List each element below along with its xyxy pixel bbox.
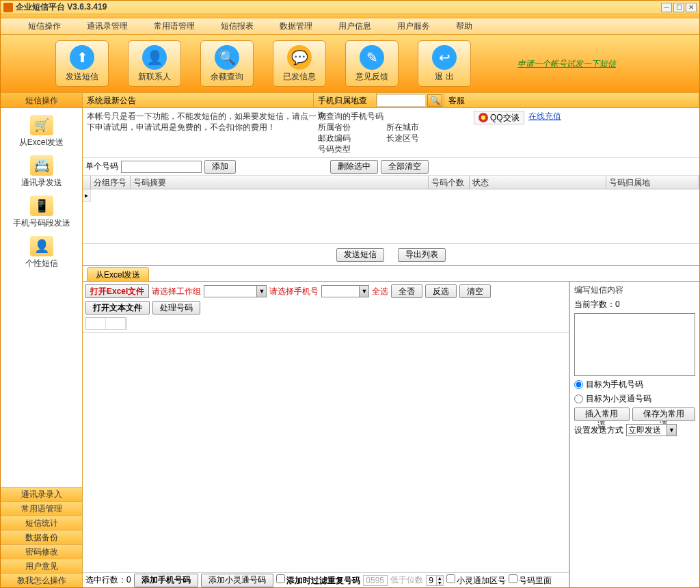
export-list-button[interactable]: 导出列表 bbox=[398, 248, 446, 262]
char-count-value: 0 bbox=[615, 299, 620, 309]
chevron-up-icon[interactable]: ▲ bbox=[437, 576, 443, 580]
tb-balance[interactable]: 🔍余额查询 bbox=[200, 40, 254, 87]
toolbar: ⬆发送短信 👤新联系人 🔍余额查询 💬已发信息 ✎意见反馈 ↩退 出 申请一个帐… bbox=[1, 35, 699, 92]
header-row: 系统最新公告 手机归属地查询 🔍 客服 bbox=[83, 93, 699, 108]
insert-phrase-button[interactable]: 插入常用语 bbox=[574, 407, 630, 421]
menu-userservice[interactable]: 用户服务 bbox=[397, 21, 430, 32]
in-number-check[interactable]: 号码里面 bbox=[509, 574, 552, 587]
phs-area-check[interactable]: 小灵通加区号 bbox=[446, 574, 506, 587]
tb-sent[interactable]: 💬已发信息 bbox=[273, 40, 326, 87]
add-mobile-button[interactable]: 添加手机号码 bbox=[134, 574, 198, 587]
mini-grid bbox=[85, 317, 126, 330]
side-excel-send[interactable]: 🛒从Excel发送 bbox=[1, 115, 82, 148]
add-phs-button[interactable]: 添加小灵通号码 bbox=[201, 574, 273, 587]
action-row: 发送短信 导出列表 bbox=[83, 244, 699, 266]
menu-phrases[interactable]: 常用语管理 bbox=[154, 21, 195, 32]
selected-rows-label: 选中行数：0 bbox=[85, 574, 131, 586]
side-contacts-send[interactable]: 📇通讯录发送 bbox=[1, 155, 82, 189]
menu-data[interactable]: 数据管理 bbox=[280, 21, 312, 32]
sb-phrases[interactable]: 常用语管理 bbox=[1, 501, 82, 516]
close-button[interactable]: ✕ bbox=[686, 3, 697, 12]
process-number-button[interactable]: 处理号码 bbox=[152, 301, 200, 315]
col-group-seq: 分组序号 bbox=[91, 176, 131, 189]
search-icon: 🔍 bbox=[215, 45, 239, 70]
menu-userinfo[interactable]: 用户信息 bbox=[338, 21, 371, 32]
col-summary: 号码摘要 bbox=[131, 176, 429, 189]
side-personal-sms[interactable]: 👤个性短信 bbox=[1, 236, 82, 269]
compose-panel: 编写短信内容 当前字数：0 目标为手机号码 目标为小灵通号码 插入常用语 保存为… bbox=[569, 282, 699, 587]
card-icon: 📇 bbox=[30, 155, 53, 176]
qq-icon bbox=[479, 113, 488, 122]
sample-input[interactable] bbox=[363, 575, 388, 586]
phone-icon: 📱 bbox=[30, 196, 53, 216]
minimize-button[interactable]: ─ bbox=[661, 3, 672, 12]
cart-icon: 🛒 bbox=[30, 115, 53, 135]
radio-mobile[interactable]: 目标为手机号码 bbox=[574, 379, 695, 390]
sb-contacts-entry[interactable]: 通讯录录入 bbox=[1, 487, 82, 501]
person-icon: 👤 bbox=[30, 236, 53, 256]
chevron-down-icon[interactable]: ▼ bbox=[437, 580, 443, 585]
slogan-link[interactable]: 申请一个帐号试发一下短信 bbox=[517, 58, 616, 70]
open-excel-button[interactable]: 打开Excel文件 bbox=[85, 284, 149, 298]
menu-sms[interactable]: 短信操作 bbox=[28, 21, 61, 32]
send-mode-combo[interactable]: 立即发送▼ bbox=[626, 424, 677, 436]
send-mode-label: 设置发送方式 bbox=[574, 425, 623, 436]
sb-howto[interactable]: 教我怎么操作 bbox=[1, 573, 82, 587]
sidebar: 短信操作 🛒从Excel发送 📇通讯录发送 📱手机号码段发送 👤个性短信 通讯录… bbox=[1, 93, 83, 587]
qq-chat-button[interactable]: QQ交谈 bbox=[474, 111, 524, 124]
recharge-link[interactable]: 在线充值 bbox=[528, 111, 561, 122]
single-number-row: 单个号码 添加 删除选中 全部清空 bbox=[83, 158, 699, 176]
hdr-phone-loc: 手机归属地查询 bbox=[314, 93, 377, 107]
sidebar-header: 短信操作 bbox=[1, 93, 82, 108]
magnify-icon: 🔍 bbox=[430, 96, 440, 105]
open-text-button[interactable]: 打开文本文件 bbox=[85, 301, 150, 315]
dedupe-check[interactable]: 添加时过滤重复号码 bbox=[276, 574, 360, 587]
grid-header: 分组序号 号码摘要 号码个数 状态 号码归属地 bbox=[83, 176, 699, 189]
maximize-button[interactable]: ☐ bbox=[673, 3, 684, 12]
phone-loc-search-button[interactable]: 🔍 bbox=[427, 94, 442, 107]
send-icon: ⬆ bbox=[70, 45, 94, 70]
clear-all-button[interactable]: 全部清空 bbox=[381, 160, 429, 174]
excel-grid-area[interactable] bbox=[83, 332, 569, 572]
radio-phs[interactable]: 目标为小灵通号码 bbox=[574, 393, 695, 405]
group-combo[interactable]: ▼ bbox=[204, 285, 267, 297]
tb-send-sms[interactable]: ⬆发送短信 bbox=[55, 40, 109, 87]
grid-body[interactable]: ▸ bbox=[83, 189, 699, 244]
col-count: 号码个数 bbox=[429, 176, 470, 189]
menu-bar: 短信操作 通讯录管理 常用语管理 短信报表 数据管理 用户信息 用户服务 帮助 bbox=[1, 18, 699, 35]
send-sms-button[interactable]: 发送短信 bbox=[336, 248, 384, 262]
less-than-label: 低于位数 bbox=[390, 574, 423, 586]
menu-help[interactable]: 帮助 bbox=[456, 21, 472, 32]
hdr-service: 客服 bbox=[444, 93, 699, 107]
phone-loc-input[interactable] bbox=[377, 94, 426, 107]
hdr-announce: 系统最新公告 bbox=[83, 93, 314, 107]
side-range-send[interactable]: 📱手机号码段发送 bbox=[1, 196, 82, 229]
phone-combo[interactable]: ▼ bbox=[321, 285, 369, 297]
sb-stats[interactable]: 短信统计 bbox=[1, 516, 82, 530]
chevron-down-icon: ▼ bbox=[256, 286, 266, 297]
add-button[interactable]: 添加 bbox=[204, 160, 236, 174]
sb-backup[interactable]: 数据备份 bbox=[1, 530, 82, 544]
invert-sel-button[interactable]: 反选 bbox=[425, 284, 457, 298]
tab-excel[interactable]: 从Excel发送 bbox=[87, 267, 149, 281]
select-all-button[interactable]: 全选 bbox=[372, 286, 388, 297]
choose-group-label: 请选择工作组 bbox=[152, 286, 201, 297]
tb-exit[interactable]: ↩退 出 bbox=[418, 40, 471, 87]
col-status: 状态 bbox=[470, 176, 606, 189]
menu-contacts[interactable]: 通讯录管理 bbox=[87, 21, 128, 32]
delete-selected-button[interactable]: 删除选中 bbox=[330, 160, 378, 174]
compose-textarea[interactable] bbox=[574, 313, 695, 376]
save-phrase-button[interactable]: 保存为常用语 bbox=[632, 407, 695, 421]
clear-button[interactable]: 清空 bbox=[459, 284, 491, 298]
tb-feedback[interactable]: ✎意见反馈 bbox=[345, 40, 399, 87]
select-none-button[interactable]: 全否 bbox=[391, 284, 422, 298]
sb-password[interactable]: 密码修改 bbox=[1, 544, 82, 559]
sb-feedback[interactable]: 用户意见 bbox=[1, 559, 82, 573]
digits-spinner[interactable]: 9▲▼ bbox=[426, 575, 444, 586]
single-number-input[interactable] bbox=[121, 161, 202, 173]
chevron-down-icon: ▼ bbox=[359, 286, 368, 297]
bottom-bar: 选中行数：0 添加手机号码 添加小灵通号码 添加时过滤重复号码 低于位数 9▲▼… bbox=[83, 572, 569, 587]
menu-reports[interactable]: 短信报表 bbox=[221, 21, 254, 32]
sidebar-bottom: 通讯录录入 常用语管理 短信统计 数据备份 密码修改 用户意见 教我怎么操作 bbox=[1, 487, 82, 587]
tb-new-contact[interactable]: 👤新联系人 bbox=[128, 40, 181, 87]
